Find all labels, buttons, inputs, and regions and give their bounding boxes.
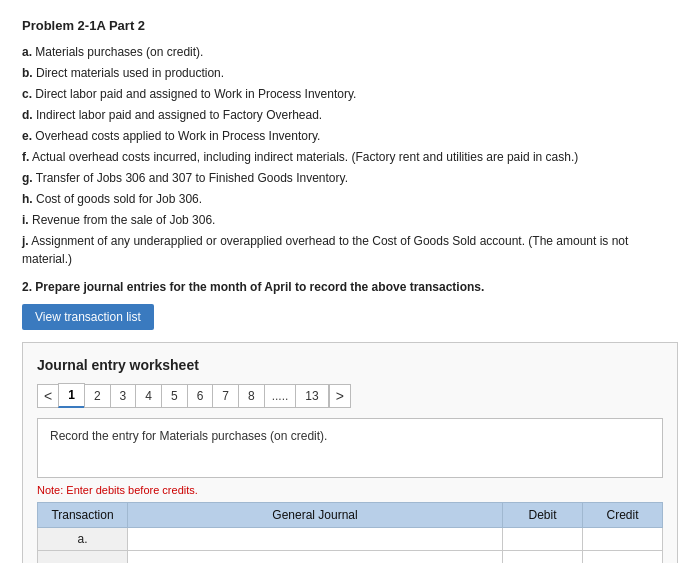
debit-cell[interactable] — [503, 528, 583, 551]
col-header-credit: Credit — [583, 503, 663, 528]
table-row — [38, 551, 663, 564]
tab-5[interactable]: 5 — [161, 384, 188, 408]
credit-input[interactable] — [591, 532, 654, 546]
instruction-d: d. Indirect labor paid and assigned to F… — [22, 106, 678, 124]
tab-next-arrow[interactable]: > — [329, 384, 351, 408]
credit-input[interactable] — [591, 555, 654, 563]
instruction-f: f. Actual overhead costs incurred, inclu… — [22, 148, 678, 166]
tab-4[interactable]: 4 — [135, 384, 162, 408]
instruction-g: g. Transfer of Jobs 306 and 307 to Finis… — [22, 169, 678, 187]
tab-6[interactable]: 6 — [187, 384, 214, 408]
debit-cell[interactable] — [503, 551, 583, 564]
instruction-b: b. Direct materials used in production. — [22, 64, 678, 82]
general-journal-cell[interactable] — [128, 528, 503, 551]
transaction-cell: a. — [38, 528, 128, 551]
debit-input[interactable] — [511, 532, 574, 546]
tab-prev-arrow[interactable]: < — [37, 384, 59, 408]
instruction-c: c. Direct labor paid and assigned to Wor… — [22, 85, 678, 103]
tab-2[interactable]: 2 — [84, 384, 111, 408]
instruction-a: a. Materials purchases (on credit). — [22, 43, 678, 61]
tab-1[interactable]: 1 — [58, 383, 85, 408]
tab-13[interactable]: 13 — [295, 384, 328, 408]
worksheet-title: Journal entry worksheet — [37, 357, 663, 373]
tab-ellipsis: ..... — [264, 384, 297, 408]
tab-7[interactable]: 7 — [212, 384, 239, 408]
note-text: Note: Enter debits before credits. — [37, 484, 663, 496]
transaction-cell — [38, 551, 128, 564]
instruction-j: j. Assignment of any underapplied or ove… — [22, 232, 678, 268]
credit-cell[interactable] — [583, 528, 663, 551]
general-journal-input[interactable] — [136, 555, 494, 563]
table-row: a. — [38, 528, 663, 551]
credit-cell[interactable] — [583, 551, 663, 564]
instruction-i: i. Revenue from the sale of Job 306. — [22, 211, 678, 229]
tab-8[interactable]: 8 — [238, 384, 265, 408]
view-transaction-button[interactable]: View transaction list — [22, 304, 154, 330]
problem-title: Problem 2-1A Part 2 — [22, 18, 678, 33]
tab-navigation: < 1 2 3 4 5 6 7 8 ..... 13 > — [37, 383, 663, 408]
col-header-debit: Debit — [503, 503, 583, 528]
general-journal-input[interactable] — [136, 532, 494, 546]
journal-entry-worksheet: Journal entry worksheet < 1 2 3 4 5 6 7 … — [22, 342, 678, 563]
general-journal-cell[interactable] — [128, 551, 503, 564]
section-2-text: 2. Prepare journal entries for the month… — [22, 280, 678, 294]
col-header-general-journal: General Journal — [128, 503, 503, 528]
entry-description: Record the entry for Materials purchases… — [37, 418, 663, 478]
instructions-list: a. Materials purchases (on credit). b. D… — [22, 43, 678, 268]
col-header-transaction: Transaction — [38, 503, 128, 528]
journal-table: Transaction General Journal Debit Credit… — [37, 502, 663, 563]
instruction-e: e. Overhead costs applied to Work in Pro… — [22, 127, 678, 145]
debit-input[interactable] — [511, 555, 574, 563]
tab-3[interactable]: 3 — [110, 384, 137, 408]
instruction-h: h. Cost of goods sold for Job 306. — [22, 190, 678, 208]
